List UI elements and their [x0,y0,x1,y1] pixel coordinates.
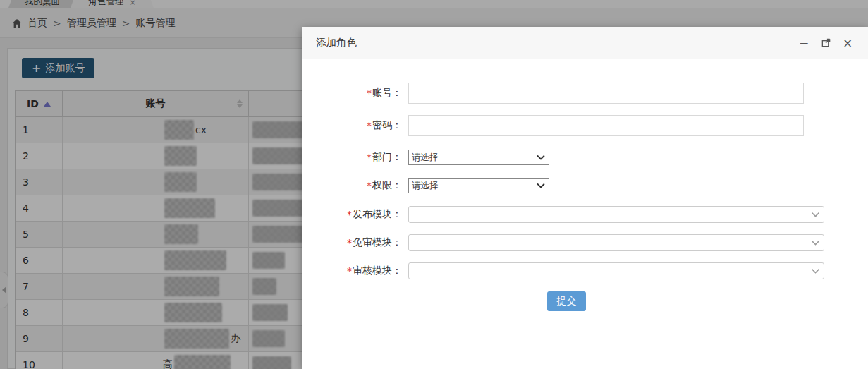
chevron-down-icon [811,212,820,217]
password-label: 密码： [372,119,402,132]
permission-label: 权限： [372,179,402,192]
dialog-title: 添加角色 [316,36,357,49]
form-row-department: *部门： 请选择 [302,150,868,165]
department-select[interactable]: 请选择 [408,150,549,165]
required-asterisk: * [347,237,352,248]
exempt-module-label: 免审模块： [353,236,402,249]
required-asterisk: * [347,265,352,277]
form-row-exempt-module: *免审模块： [302,234,868,251]
minimize-icon: − [799,36,809,50]
required-asterisk: * [367,87,372,99]
required-asterisk: * [347,209,352,220]
maximize-icon [821,37,831,48]
required-asterisk: * [367,152,372,163]
chevron-down-icon [811,268,820,274]
publish-module-label: 发布模块： [353,208,402,221]
dialog-controls: − × [797,37,854,49]
form-row-permission: *权限： 请选择 [302,178,868,193]
dialog-header: 添加角色 − × [302,27,868,59]
selected-value: 请选择 [412,180,439,192]
password-input[interactable] [408,115,804,136]
review-module-label: 审核模块： [353,265,402,277]
minimize-button[interactable]: − [797,37,810,49]
add-role-dialog: 添加角色 − × *账号： *密码： *部门： 请选择 [302,27,868,369]
dialog-form: *账号： *密码： *部门： 请选择 *权限： 请选择 *发布模块： [302,59,868,311]
form-row-account: *账号： [302,83,868,104]
publish-module-select[interactable] [408,206,824,223]
permission-select[interactable]: 请选择 [408,178,549,193]
form-row-review-module: *审核模块： [302,262,868,279]
close-button[interactable]: × [841,37,854,49]
exempt-module-select[interactable] [408,234,824,251]
department-label: 部门： [372,151,402,164]
required-asterisk: * [367,120,372,131]
required-asterisk: * [367,180,372,191]
account-label: 账号： [372,87,402,99]
submit-button[interactable]: 提交 [547,291,586,311]
close-icon: × [843,36,852,50]
form-row-publish-module: *发布模块： [302,206,868,223]
chevron-down-icon [537,183,545,188]
account-input[interactable] [408,83,804,104]
form-row-password: *密码： [302,115,868,136]
review-module-select[interactable] [408,262,824,279]
chevron-down-icon [811,240,820,246]
chevron-down-icon [537,155,545,160]
selected-value: 请选择 [412,152,439,164]
submit-row: 提交 [302,291,868,311]
maximize-button[interactable] [819,37,832,49]
